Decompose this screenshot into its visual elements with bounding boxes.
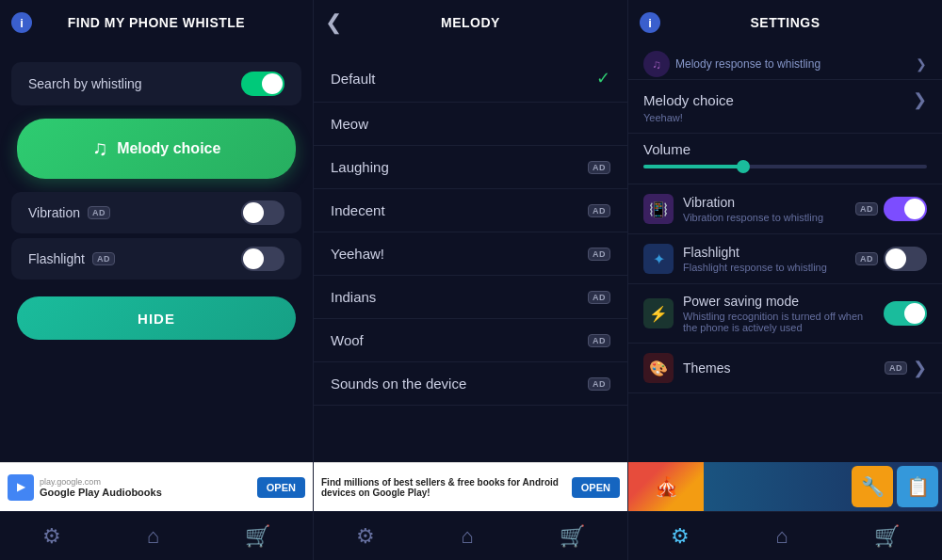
- melody-choice-row: Melody choice ❯: [643, 89, 927, 110]
- vibration-right: AD: [855, 197, 927, 221]
- vibration-toggle-knob-right: [904, 199, 925, 219]
- volume-label: Volume: [643, 141, 927, 157]
- melody-response-chevron: ❯: [916, 56, 927, 72]
- right-ad-banner: 🎪 🔧 📋: [628, 462, 942, 511]
- flashlight-text: Flashlight Flashlight response to whistl…: [683, 245, 846, 273]
- ad-banner-image-right: 🎪: [628, 462, 704, 511]
- melody-item-sounds[interactable]: Sounds on the device AD: [314, 362, 627, 406]
- left-header: i FIND MY PHONE WHISTLE: [0, 0, 313, 45]
- vibration-left: Vibration AD: [28, 205, 110, 220]
- right-panel: i SETTINGS ♫ Melody response to whistlin…: [628, 0, 942, 560]
- melody-choice-button[interactable]: ♫ Melody choice: [17, 119, 296, 179]
- melody-name-meow: Meow: [331, 116, 368, 132]
- volume-slider-track[interactable]: [643, 165, 927, 168]
- mid-content: Default ✓ Meow Laughing AD Indecent AD Y…: [314, 45, 627, 462]
- themes-right: AD ❯: [885, 358, 927, 378]
- vibration-setting-subtitle: Vibration response to whistling: [683, 212, 846, 223]
- left-content: Search by whistling ♫ Melody choice Vibr…: [0, 45, 313, 462]
- flashlight-row: Flashlight AD: [11, 238, 301, 280]
- hide-btn-label: HIDE: [138, 311, 175, 327]
- vibration-toggle[interactable]: [241, 200, 284, 225]
- mid-nav-home[interactable]: ⌂: [444, 519, 490, 554]
- ad-title-left: Google Play Audiobooks: [40, 487, 252, 498]
- power-text: Power saving mode Whistling recognition …: [683, 294, 874, 333]
- vibration-text: Vibration Vibration response to whistlin…: [683, 195, 846, 223]
- ad-source-left: play.google.com: [40, 477, 252, 487]
- melody-item-indecent[interactable]: Indecent AD: [314, 189, 627, 232]
- vibration-toggle-knob: [243, 202, 264, 223]
- melody-music-icon: ♫: [92, 136, 108, 161]
- search-row: Search by whistling: [11, 62, 301, 105]
- flashlight-setting-ad: AD: [855, 252, 878, 265]
- mid-header: ❮ MELODY: [314, 0, 627, 45]
- left-nav-settings[interactable]: ⚙: [25, 519, 78, 554]
- right-nav-settings[interactable]: ⚙: [654, 519, 706, 554]
- power-setting-toggle[interactable]: [884, 301, 927, 326]
- right-nav-cart[interactable]: 🛒: [857, 519, 917, 554]
- left-nav-home[interactable]: ⌂: [130, 519, 176, 554]
- ad-btn-1-right[interactable]: 🔧: [852, 466, 893, 507]
- mid-nav-settings[interactable]: ⚙: [339, 519, 392, 554]
- flashlight-toggle[interactable]: [241, 247, 284, 271]
- melody-item-laughing[interactable]: Laughing AD: [314, 146, 627, 189]
- flashlight-setting-toggle[interactable]: [884, 247, 927, 271]
- melody-response-row: ♫ Melody response to whistling ❯: [628, 45, 942, 80]
- search-label: Search by whistling: [28, 76, 142, 91]
- ad-open-left[interactable]: OPEN: [257, 477, 305, 498]
- power-icon: ⚡: [643, 298, 674, 328]
- flashlight-toggle-knob: [243, 248, 264, 269]
- mid-nav-cart[interactable]: 🛒: [543, 519, 602, 554]
- mid-bottom-nav: ⚙ ⌂ 🛒: [314, 511, 627, 560]
- vibration-setting-toggle[interactable]: [884, 197, 927, 221]
- left-bottom-nav: ⚙ ⌂ 🛒: [0, 511, 313, 560]
- ad-logo-left: ▶: [8, 474, 34, 501]
- melody-list: Default ✓ Meow Laughing AD Indecent AD Y…: [314, 55, 627, 406]
- mid-ad-banner: Find millions of best sellers & free boo…: [314, 462, 627, 511]
- vibration-icon: 📳: [643, 194, 674, 224]
- right-nav-home[interactable]: ⌂: [758, 519, 804, 554]
- power-setting-subtitle: Whistling recognition is turned off when…: [683, 311, 874, 333]
- melody-item-default[interactable]: Default ✓: [314, 55, 627, 103]
- search-toggle[interactable]: [241, 72, 284, 96]
- flashlight-ad-badge: AD: [92, 252, 115, 265]
- hide-button[interactable]: HIDE: [17, 296, 296, 340]
- right-panel-title: SETTINGS: [750, 15, 820, 30]
- ad-text-mid: Find millions of best sellers & free boo…: [321, 477, 566, 498]
- mid-panel-title: MELODY: [441, 15, 500, 30]
- info-icon-left[interactable]: i: [11, 12, 32, 33]
- melody-name-sounds: Sounds on the device: [331, 376, 466, 392]
- melody-item-meow[interactable]: Meow: [314, 103, 627, 146]
- flashlight-icon: ✦: [643, 244, 674, 274]
- ad-text-left: play.google.com Google Play Audiobooks: [40, 477, 252, 498]
- vibration-row: Vibration AD: [11, 192, 301, 233]
- melody-name-indians: Indians: [331, 289, 376, 305]
- melody-ad-indians: AD: [588, 291, 610, 304]
- power-saving-setting[interactable]: ⚡ Power saving mode Whistling recognitio…: [628, 284, 942, 344]
- info-icon-right[interactable]: i: [640, 12, 660, 33]
- flashlight-setting-subtitle: Flashlight response to whistling: [683, 262, 846, 273]
- power-setting-title: Power saving mode: [683, 294, 874, 309]
- melody-ad-indecent: AD: [588, 204, 610, 217]
- vibration-setting-title: Vibration: [683, 195, 846, 210]
- vibration-ad-badge: AD: [88, 206, 110, 219]
- melody-check-default: ✓: [596, 68, 610, 88]
- volume-knob[interactable]: [737, 160, 750, 173]
- melody-item-woof[interactable]: Woof AD: [314, 319, 627, 362]
- melody-item-yeehaw[interactable]: Yeehaw! AD: [314, 232, 627, 276]
- flashlight-setting[interactable]: ✦ Flashlight Flashlight response to whis…: [628, 234, 942, 284]
- ad-btn-2-right[interactable]: 📋: [897, 466, 938, 507]
- power-toggle-knob: [904, 303, 925, 324]
- vibration-setting[interactable]: 📳 Vibration Vibration response to whistl…: [628, 184, 942, 234]
- flashlight-left: Flashlight AD: [28, 251, 115, 266]
- ad-open-mid[interactable]: OPEN: [572, 477, 620, 498]
- left-nav-cart[interactable]: 🛒: [228, 519, 287, 554]
- ad-banner-btns-right: 🔧 📋: [852, 466, 942, 507]
- flashlight-label: Flashlight: [28, 251, 85, 266]
- flashlight-right: AD: [855, 247, 927, 271]
- toggle-knob: [262, 73, 283, 94]
- themes-setting[interactable]: 🎨 Themes AD ❯: [628, 344, 942, 393]
- melody-choice-setting[interactable]: Melody choice ❯ Yeehaw!: [628, 80, 942, 134]
- vibration-label: Vibration: [28, 205, 80, 220]
- back-icon[interactable]: ❮: [325, 10, 342, 35]
- melody-item-indians[interactable]: Indians AD: [314, 276, 627, 319]
